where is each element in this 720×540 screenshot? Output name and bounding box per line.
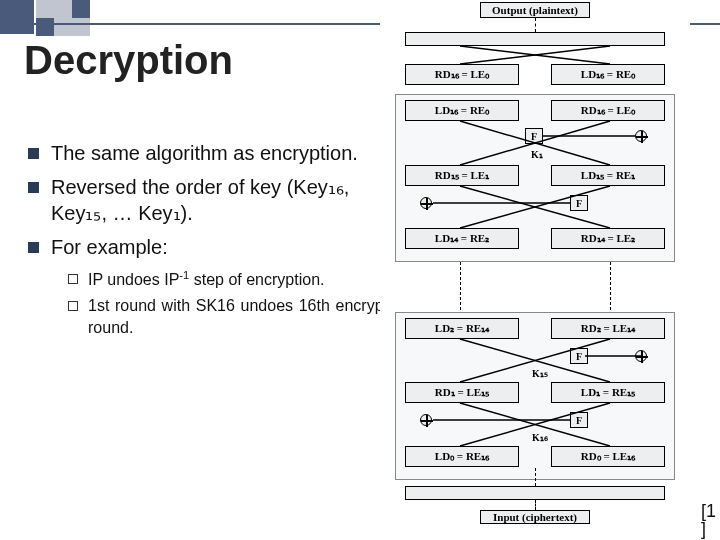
slide-decoration [0, 0, 90, 36]
sub-bullet-text: IP undoes IP-1 step of encryption. [88, 268, 324, 291]
sub-bullet-list: IP undoes IP-1 step of encryption. 1st r… [68, 268, 388, 338]
output-bar [405, 32, 665, 46]
box: LD₂ = RE₁₄ [405, 318, 519, 339]
box: LD₁₄ = RE₂ [405, 228, 519, 249]
output-label: Output (plaintext) [480, 2, 590, 18]
page-title: Decryption [24, 38, 233, 83]
bullet-text: Reversed the order of key (Key₁₆, Key₁₅,… [51, 174, 388, 226]
input-bar [405, 486, 665, 500]
box: RD₀ = LE₁₆ [551, 446, 665, 467]
input-label: Input (ciphertext) [480, 510, 590, 524]
sub-bullet-icon [68, 301, 78, 311]
box-ld16: LD₁₆ = RE₀ [551, 64, 665, 85]
bullet-icon [28, 182, 39, 193]
bullet-icon [28, 148, 39, 159]
box: RD₁₆ = LE₀ [551, 100, 665, 121]
sub-bullet-text: 1st round with SK16 undoes 16th encrypt … [88, 295, 388, 338]
box: RD₂ = LE₁₄ [551, 318, 665, 339]
bullet-text: For example: [51, 234, 168, 260]
box: RD₁₅ = LE₁ [405, 165, 519, 186]
sub-bullet-icon [68, 274, 78, 284]
bullet-list: The same algorithm as encryption. Revers… [28, 140, 388, 342]
box: LD₁₆ = RE₀ [405, 100, 519, 121]
decryption-diagram: Output (plaintext) RD₁₆ = LE₀ LD₁₆ = RE₀… [380, 0, 690, 522]
box: LD₀ = RE₁₆ [405, 446, 519, 467]
bullet-icon [28, 242, 39, 253]
citation: [1] [701, 502, 716, 538]
bullet-text: The same algorithm as encryption. [51, 140, 358, 166]
box: LD₁₅ = RE₁ [551, 165, 665, 186]
box: LD₁ = RE₁₅ [551, 382, 665, 403]
box: RD₁₄ = LE₂ [551, 228, 665, 249]
box: RD₁ = LE₁₅ [405, 382, 519, 403]
box-rd16: RD₁₆ = LE₀ [405, 64, 519, 85]
